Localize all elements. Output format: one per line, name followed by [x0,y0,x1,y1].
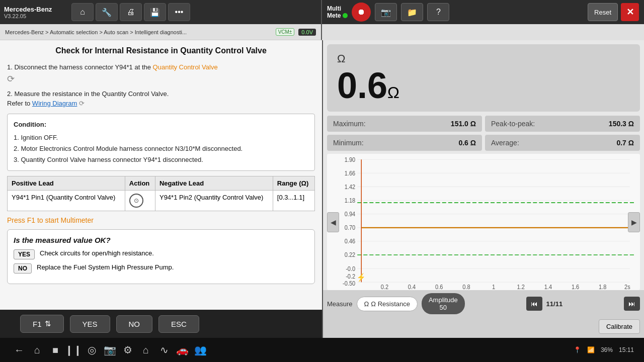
apps-icon[interactable]: ⚙ [119,341,137,359]
no-answer-button[interactable]: NO [14,263,32,274]
question-box: Is the measured value OK? YES Check circ… [7,229,315,284]
condition-line-2: 2. Motor Electronics Control Module harn… [14,143,308,154]
svg-text:0.46: 0.46 [345,238,356,245]
mb-icon[interactable]: ⌂ [137,341,155,359]
reset-button[interactable]: Reset [588,3,618,21]
folder-button[interactable]: 📁 [401,3,423,21]
svg-text:0.8: 0.8 [462,283,470,290]
minimum-stat: Minimum: 0.6 Ω [327,135,482,151]
wifi-icon: 📶 [587,346,595,353]
esc-button[interactable]: ESC [158,315,199,333]
multimeter-panel: Ω 0.6 Ω Maximum: 151.0 Ω Peak-to-peak: 1… [322,40,644,338]
condition-line-3: 3. Quantity Control Valve harness connec… [14,154,308,165]
amplitude-button[interactable]: Amplitude50 [422,293,465,314]
camera-icon[interactable]: 📷 [101,341,119,359]
col-action: Action [125,176,155,190]
chart-nav-right-button[interactable]: ▶ [628,212,640,232]
battery-level: 36% [601,346,613,353]
next-page-button[interactable]: ⏭ [624,297,640,311]
omega-icon: Ω [364,300,369,308]
home-nav-icon[interactable]: ⌂ [28,341,46,359]
svg-text:1.8: 1.8 [599,283,607,290]
multimeter-label: Multi Mete [327,5,348,19]
resistance-button[interactable]: Ω Ω Resistance [357,297,418,311]
help-button[interactable]: ? [427,3,449,21]
no-button[interactable]: NO [116,315,153,333]
action-icon: ⊙ [129,194,143,208]
save-button[interactable]: 💾 [144,3,166,21]
quantity-valve-link[interactable]: Quantity Control Valve [153,63,218,71]
svg-text:0.2: 0.2 [381,283,388,290]
chart-area: ◀ 1.90 1.66 1.42 1.18 0.9 [327,154,640,290]
svg-text:-0.50: -0.50 [343,280,356,287]
back-icon[interactable]: ← [10,341,28,359]
svg-text:1.2: 1.2 [517,283,525,290]
svg-text:0.70: 0.70 [345,224,356,231]
green-dot-icon [343,13,348,18]
section-title: Check for Internal Resistance in Quantit… [7,46,315,55]
reading-display: Ω 0.6 Ω [327,44,640,112]
browser-icon[interactable]: ◎ [83,341,101,359]
measure-label: Measure [327,300,353,308]
voltage-badge: 0.0V [298,29,316,36]
svg-text:-0.0: -0.0 [346,265,355,272]
svg-text:⚡: ⚡ [357,273,366,282]
maximum-stat: Maximum: 151.0 Ω [327,116,482,132]
split-icon[interactable]: ❙❙ [64,341,83,359]
record-button[interactable]: ⏺ [352,3,371,22]
resistance-value: 0.6 [337,67,387,104]
chart-svg: 1.90 1.66 1.42 1.18 0.94 0.70 0.46 0.22 … [327,154,640,290]
question-text: Is the measured value OK? [14,236,308,244]
page-indicator: 11/11 [546,300,563,308]
user-icon[interactable]: 👥 [191,341,209,359]
close-button[interactable]: ✕ [621,3,639,21]
measurement-table: Positive Lead Action Negative Lead Range… [7,176,315,211]
print-button[interactable]: 🖨 [120,3,142,21]
more-button[interactable]: ••• [168,3,190,21]
step2-text: 2. Measure the resistance in the Quantit… [7,89,315,109]
svg-text:1: 1 [492,283,495,290]
settings-button[interactable]: 🔧 [96,3,118,21]
chart-nav-left-button[interactable]: ◀ [327,212,339,232]
breadcrumb-path: Mercedes-Benz > Automatic selection > Au… [5,29,274,35]
no-answer-text: Replace the Fuel System High Pressure Pu… [37,263,174,271]
peak-to-peak-stat: Peak-to-peak: 150.3 Ω [485,116,640,132]
negative-lead-cell: Y94*1 Pin2 (Quantity Control Valve) [155,190,273,211]
resistance-label: Ω Resistance [371,300,410,308]
svg-text:1.4: 1.4 [544,283,552,290]
svg-text:1.66: 1.66 [345,169,356,176]
svg-text:2s: 2s [624,283,630,290]
step1-text: 1. Disconnect the harness connector Y94*… [7,62,315,86]
screenshot-button[interactable]: 📷 [375,3,397,21]
app-title: Mercedes-Benz V3.22.05 [4,6,69,19]
condition-line-1: 1. Ignition OFF. [14,132,308,143]
action-bar: F1 ⇅ YES NO ESC [0,310,322,338]
vcm-icon[interactable]: ∿ [155,341,173,359]
vcm-badge: VCM± [276,28,295,36]
action-cell: ⊙ [125,190,155,211]
calibrate-button[interactable]: Calibrate [599,319,640,334]
positive-lead-cell: Y94*1 Pin1 (Quantity Control Valve) [8,190,125,211]
f1-button[interactable]: F1 ⇅ [20,315,64,333]
wiring-diagram-link[interactable]: Wiring Diagram [32,100,77,107]
svg-text:-0.2: -0.2 [346,273,355,280]
f1-icon: ⇅ [45,319,51,328]
yes-button[interactable]: YES [70,315,110,333]
mm-controls: Measure Ω Ω Resistance Amplitude50 ⏮ 11/… [323,290,644,317]
mm-controls-row2: Calibrate [323,317,644,338]
svg-text:0.4: 0.4 [408,283,416,290]
stop-icon[interactable]: ■ [46,341,64,359]
svg-text:1.18: 1.18 [345,197,356,204]
system-status: 📍 📶 36% 15:11 [574,346,634,353]
clock: 15:11 [619,346,634,353]
col-range: Range (Ω) [273,176,314,190]
stats-grid: Maximum: 151.0 Ω Peak-to-peak: 150.3 Ω M… [327,116,640,151]
yes-answer-button[interactable]: YES [14,249,35,259]
press-f1-text: Press F1 to start Multimeter [7,216,315,224]
f1-label: F1 [33,320,42,328]
car-icon[interactable]: 🚗 [173,341,191,359]
prev-page-button[interactable]: ⏮ [526,297,542,311]
average-stat: Average: 0.7 Ω [485,135,640,151]
home-button[interactable]: ⌂ [71,3,94,21]
svg-text:0.22: 0.22 [345,251,355,258]
